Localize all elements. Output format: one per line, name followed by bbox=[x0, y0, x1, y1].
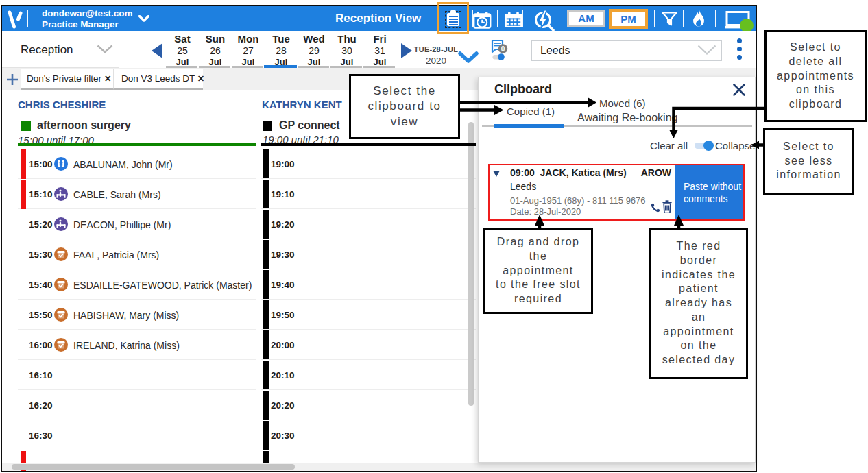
svg-text:0: 0 bbox=[501, 45, 505, 53]
